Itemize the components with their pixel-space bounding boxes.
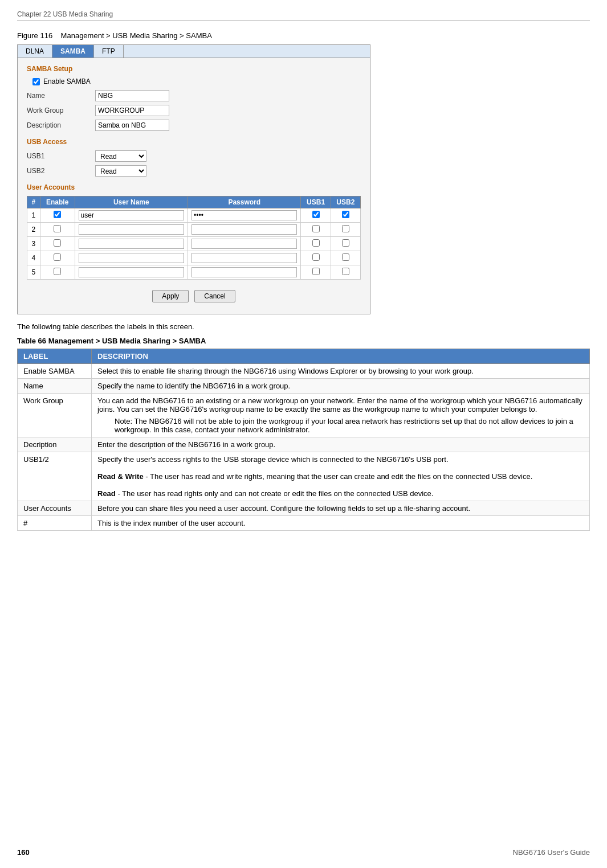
- col-header-username: User Name: [75, 196, 188, 208]
- row4-password-input[interactable]: [192, 253, 297, 263]
- row5-usb2-checkbox[interactable]: [342, 268, 349, 275]
- usb1-select[interactable]: Read Read & Write: [95, 150, 146, 162]
- table-row: 2: [27, 223, 361, 237]
- col-header-enable: Enable: [40, 196, 75, 208]
- list-item: Work Group You can add the NBG6716 to an…: [18, 394, 590, 437]
- row4-enable: [40, 251, 75, 265]
- apply-button[interactable]: Apply: [152, 290, 189, 302]
- tab-ftp[interactable]: FTP: [94, 45, 124, 58]
- row5-usb1: [301, 265, 331, 280]
- col-header-usb2: USB2: [331, 196, 360, 208]
- row3-usb1-checkbox[interactable]: [312, 239, 320, 247]
- row3-password-input[interactable]: [192, 239, 297, 249]
- row3-usb2-checkbox[interactable]: [342, 239, 349, 247]
- row5-username-cell: [75, 265, 188, 280]
- row5-usb1-checkbox[interactable]: [312, 268, 320, 275]
- label-name: Name: [18, 379, 92, 394]
- row5-usb2: [331, 265, 360, 280]
- row3-num: 3: [27, 237, 40, 251]
- desc-decription: Enter the description of the NBG6716 in …: [92, 437, 590, 452]
- chapter-title: Chapter 22 USB Media Sharing: [17, 10, 113, 18]
- row2-username-cell: [75, 223, 188, 237]
- usb2-label: USB2: [27, 167, 95, 175]
- row1-usb1: [301, 208, 331, 223]
- description-input[interactable]: [95, 120, 169, 131]
- row5-username-input[interactable]: [79, 267, 184, 277]
- tab-bar: DLNA SAMBA FTP: [18, 45, 370, 58]
- row4-username-cell: [75, 251, 188, 265]
- row3-username-input[interactable]: [79, 239, 184, 249]
- row1-enable: [40, 208, 75, 223]
- row1-username-input[interactable]: [79, 210, 184, 220]
- tab-samba[interactable]: SAMBA: [52, 45, 94, 58]
- label-decription: Decription: [18, 437, 92, 452]
- row2-password-input[interactable]: [192, 224, 297, 235]
- enable-samba-checkbox[interactable]: [32, 78, 40, 85]
- user-accounts-section: User Accounts # Enable User Name Passwor…: [27, 183, 361, 280]
- desc-workgroup: You can add the NBG6716 to an existing o…: [92, 394, 590, 437]
- table-row: 3: [27, 237, 361, 251]
- row2-usb1-checkbox[interactable]: [312, 225, 320, 232]
- row1-num: 1: [27, 208, 40, 223]
- list-item: User Accounts Before you can share files…: [18, 501, 590, 516]
- col-header-usb1: USB1: [301, 196, 331, 208]
- list-item: Decription Enter the description of the …: [18, 437, 590, 452]
- row4-usb2-checkbox[interactable]: [342, 253, 349, 261]
- row5-num: 5: [27, 265, 40, 280]
- row1-usb2-checkbox[interactable]: [342, 211, 349, 218]
- col-header-num: #: [27, 196, 40, 208]
- row5-enable-checkbox[interactable]: [54, 268, 61, 275]
- table-row: 4: [27, 251, 361, 265]
- usb2-row: USB2 Read Read & Write: [27, 165, 361, 177]
- row4-usb1-checkbox[interactable]: [312, 253, 320, 261]
- row3-password-cell: [188, 237, 301, 251]
- row4-usb2: [331, 251, 360, 265]
- description-text: The following table describes the labels…: [17, 322, 590, 331]
- figure-title: Figure 116 Management > USB Media Sharin…: [17, 31, 590, 40]
- usb1-row: USB1 Read Read & Write: [27, 150, 361, 162]
- row2-usb2-checkbox[interactable]: [342, 225, 349, 232]
- row1-usb1-checkbox[interactable]: [312, 211, 320, 218]
- enable-samba-row: Enable SAMBA: [32, 77, 361, 85]
- row3-enable-checkbox[interactable]: [54, 239, 61, 247]
- table-row: 5: [27, 265, 361, 280]
- workgroup-input[interactable]: [95, 105, 169, 116]
- usb-access-title: USB Access: [27, 138, 361, 146]
- row4-enable-checkbox[interactable]: [54, 253, 61, 261]
- description-label: Description: [27, 121, 95, 129]
- tab-dlna[interactable]: DLNA: [18, 45, 52, 58]
- enable-samba-label: Enable SAMBA: [43, 77, 91, 85]
- row1-enable-checkbox[interactable]: [54, 211, 61, 218]
- desc-enable-samba: Select this to enable file sharing throu…: [92, 364, 590, 379]
- row2-usb2: [331, 223, 360, 237]
- samba-setup-title: SAMBA Setup: [27, 65, 361, 73]
- usb2-select[interactable]: Read Read & Write: [95, 165, 146, 177]
- ui-panel: DLNA SAMBA FTP SAMBA Setup Enable SAMBA …: [17, 44, 370, 314]
- row1-password-input[interactable]: [192, 210, 297, 220]
- row5-enable: [40, 265, 75, 280]
- col-header-password: Password: [188, 196, 301, 208]
- list-item: Enable SAMBA Select this to enable file …: [18, 364, 590, 379]
- row4-username-input[interactable]: [79, 253, 184, 263]
- label-user-accounts: User Accounts: [18, 501, 92, 516]
- desc-name: Specify the name to identify the NBG6716…: [92, 379, 590, 394]
- row2-enable-checkbox[interactable]: [54, 225, 61, 232]
- row2-usb1: [301, 223, 331, 237]
- button-row: Apply Cancel: [27, 285, 361, 307]
- row3-enable: [40, 237, 75, 251]
- row2-username-input[interactable]: [79, 224, 184, 235]
- row2-enable: [40, 223, 75, 237]
- row4-password-cell: [188, 251, 301, 265]
- row5-password-cell: [188, 265, 301, 280]
- description-row: Description: [27, 120, 361, 131]
- label-hash: #: [18, 516, 92, 531]
- footer-guide: NBG6716 User's Guide: [513, 848, 590, 857]
- chapter-header: Chapter 22 USB Media Sharing: [17, 10, 590, 21]
- row5-password-input[interactable]: [192, 267, 297, 277]
- description-table: LABEL DESCRIPTION Enable SAMBA Select th…: [17, 349, 590, 531]
- table-row: 1: [27, 208, 361, 223]
- name-input[interactable]: [95, 90, 169, 101]
- cancel-button[interactable]: Cancel: [194, 290, 235, 302]
- workgroup-label: Work Group: [27, 107, 95, 114]
- table-col-label: LABEL: [18, 349, 92, 364]
